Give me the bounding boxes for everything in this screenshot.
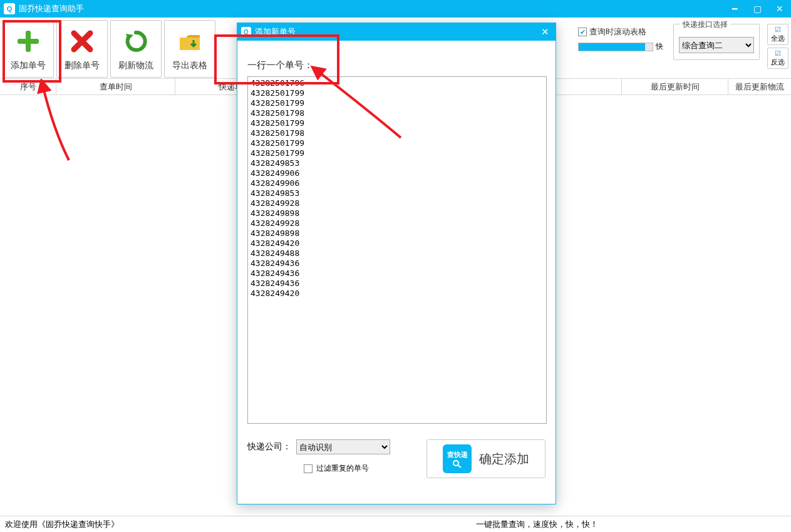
- interface-select[interactable]: 综合查询二: [679, 37, 754, 53]
- export-label: 导出表格: [172, 60, 207, 71]
- col-last-logistics[interactable]: 最后更新物流: [728, 79, 791, 95]
- minimize-button[interactable]: ━: [723, 0, 746, 18]
- progress-bar: [578, 43, 653, 51]
- dialog-title: 添加新单号: [255, 26, 534, 38]
- add-tracking-dialog: Q 添加新单号 ✕ 一行一个单号： 快递公司： 自动识别 过滤重复的单号 查快递: [237, 23, 556, 504]
- delete-tracking-label: 删除单号: [65, 60, 100, 71]
- interface-group-title: 快递接口选择: [680, 19, 730, 30]
- invert-selection-button[interactable]: ☑ 反选: [767, 48, 788, 69]
- dialog-instruction: 一行一个单号：: [247, 59, 545, 71]
- svg-point-2: [453, 461, 458, 466]
- right-tools: ✔ 查询时滚动表格 快 快递接口选择 综合查询二 ☑ 全选 ☑ 反选: [578, 20, 788, 78]
- filter-duplicates-checkbox[interactable]: 过滤重复的单号: [304, 463, 390, 474]
- status-left: 欢迎使用《固乔快递查询快手》: [5, 519, 119, 530]
- company-select[interactable]: 自动识别: [296, 439, 390, 454]
- col-seq[interactable]: 序号: [0, 79, 56, 95]
- select-all-button[interactable]: ☑ 全选: [767, 24, 788, 45]
- confirm-add-button[interactable]: 查快递 确定添加: [427, 439, 545, 478]
- titlebar: Q 固乔快递查询助手 ━ ▢ ✕: [0, 0, 791, 18]
- svg-rect-1: [18, 39, 39, 44]
- tracking-numbers-textarea[interactable]: [247, 76, 547, 424]
- search-express-icon: 查快递: [443, 444, 472, 473]
- statusbar: 欢迎使用《固乔快递查询快手》 一键批量查询，速度快，快，快！: [0, 516, 791, 532]
- interface-selector-group: 快递接口选择 综合查询二: [673, 24, 760, 60]
- status-right: 一键批量查询，速度快，快，快！: [476, 519, 598, 530]
- delete-tracking-button[interactable]: 删除单号: [56, 20, 108, 78]
- refresh-button[interactable]: 刷新物流: [110, 20, 162, 78]
- close-button[interactable]: ✕: [768, 0, 791, 18]
- app-icon: Q: [4, 3, 15, 14]
- invert-selection-label: 反选: [771, 58, 785, 67]
- app-title: 固乔快递查询助手: [19, 3, 723, 14]
- folder-export-icon: [175, 26, 205, 56]
- dialog-close-button[interactable]: ✕: [534, 23, 556, 41]
- speed-label: 快: [656, 41, 663, 52]
- col-query-time[interactable]: 查单时间: [56, 79, 175, 95]
- add-tracking-label: 添加单号: [11, 60, 46, 71]
- scroll-grid-checkbox[interactable]: ✔ 查询时滚动表格: [578, 26, 663, 38]
- add-tracking-button[interactable]: 添加单号: [3, 20, 54, 78]
- select-all-label: 全选: [771, 34, 785, 43]
- plus-icon: [13, 26, 43, 56]
- refresh-label: 刷新物流: [118, 60, 153, 71]
- x-icon: [67, 26, 97, 56]
- export-button[interactable]: 导出表格: [164, 20, 215, 78]
- refresh-icon: [121, 26, 151, 56]
- company-label: 快递公司：: [247, 441, 291, 453]
- maximize-button[interactable]: ▢: [746, 0, 768, 18]
- confirm-add-label: 确定添加: [479, 451, 529, 468]
- filter-duplicates-label: 过滤重复的单号: [316, 463, 369, 474]
- dialog-titlebar: Q 添加新单号 ✕: [237, 23, 556, 41]
- scroll-grid-label: 查询时滚动表格: [589, 26, 646, 38]
- col-last-update[interactable]: 最后更新时间: [622, 79, 728, 95]
- dialog-app-icon: Q: [241, 27, 251, 37]
